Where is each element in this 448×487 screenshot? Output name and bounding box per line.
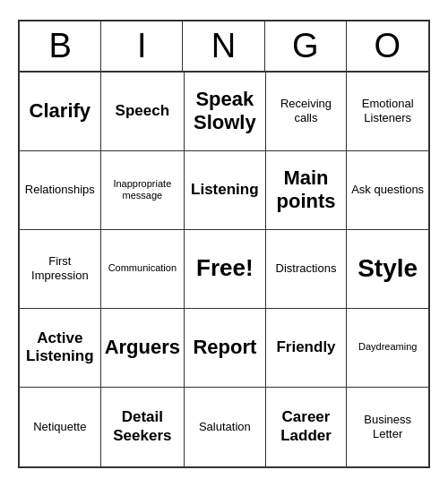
bingo-grid: ClarifySpeechSpeak SlowlyReceiving calls…	[20, 73, 428, 466]
cell-text-12: Free!	[196, 254, 254, 282]
cell-16[interactable]: Arguers	[101, 309, 185, 388]
bingo-card: BINGO ClarifySpeechSpeak SlowlyReceiving…	[18, 20, 430, 468]
cell-15[interactable]: Active Listening	[20, 309, 101, 388]
cell-text-19: Daydreaming	[358, 341, 417, 353]
cell-11[interactable]: Communication	[101, 230, 185, 309]
cell-text-3: Receiving calls	[270, 97, 343, 124]
cell-text-14: Style	[358, 253, 418, 284]
cell-text-21: Detail Seekers	[105, 408, 180, 445]
cell-9[interactable]: Ask questions	[347, 151, 428, 230]
cell-5[interactable]: Relationships	[20, 151, 101, 230]
header-letter-N: N	[183, 21, 264, 71]
cell-14[interactable]: Style	[347, 230, 428, 309]
header-letter-B: B	[20, 21, 101, 71]
cell-2[interactable]: Speak Slowly	[185, 73, 266, 151]
cell-text-13: Distractions	[276, 261, 337, 276]
cell-text-16: Arguers	[105, 336, 180, 359]
cell-text-22: Salutation	[199, 420, 251, 434]
cell-text-9: Ask questions	[351, 183, 424, 197]
cell-text-18: Friendly	[276, 338, 335, 356]
header-letter-O: O	[347, 21, 428, 71]
cell-4[interactable]: Emotional Listeners	[347, 73, 428, 151]
cell-text-11: Communication	[108, 262, 177, 274]
cell-text-24: Business Letter	[350, 413, 425, 440]
cell-0[interactable]: Clarify	[20, 73, 101, 151]
cell-6[interactable]: Inappropriate message	[101, 151, 185, 230]
cell-10[interactable]: First Impression	[20, 230, 101, 309]
cell-text-6: Inappropriate message	[105, 178, 180, 201]
cell-24[interactable]: Business Letter	[347, 388, 428, 466]
cell-3[interactable]: Receiving calls	[266, 73, 348, 151]
cell-text-4: Emotional Listeners	[350, 97, 425, 124]
cell-19[interactable]: Daydreaming	[347, 309, 428, 388]
bingo-header: BINGO	[20, 21, 428, 73]
header-letter-G: G	[265, 21, 347, 71]
cell-text-15: Active Listening	[23, 329, 97, 366]
cell-text-17: Report	[193, 336, 256, 359]
cell-20[interactable]: Netiquette	[20, 388, 101, 466]
cell-13[interactable]: Distractions	[266, 230, 348, 309]
cell-text-5: Relationships	[25, 183, 95, 197]
cell-text-8: Main points	[270, 167, 343, 214]
cell-21[interactable]: Detail Seekers	[101, 388, 185, 466]
cell-text-2: Speak Slowly	[188, 88, 262, 135]
cell-12[interactable]: Free!	[185, 230, 266, 309]
cell-1[interactable]: Speech	[101, 73, 185, 151]
cell-18[interactable]: Friendly	[266, 309, 348, 388]
cell-text-7: Listening	[191, 181, 259, 199]
cell-8[interactable]: Main points	[266, 151, 348, 230]
cell-text-1: Speech	[116, 102, 169, 120]
header-letter-I: I	[101, 21, 183, 71]
cell-23[interactable]: Career Ladder	[266, 388, 348, 466]
cell-text-10: First Impression	[23, 254, 97, 282]
cell-17[interactable]: Report	[185, 309, 266, 388]
cell-text-0: Clarify	[30, 99, 90, 123]
cell-7[interactable]: Listening	[185, 151, 266, 230]
cell-text-23: Career Ladder	[270, 408, 343, 445]
cell-22[interactable]: Salutation	[185, 388, 266, 466]
cell-text-20: Netiquette	[33, 420, 86, 434]
